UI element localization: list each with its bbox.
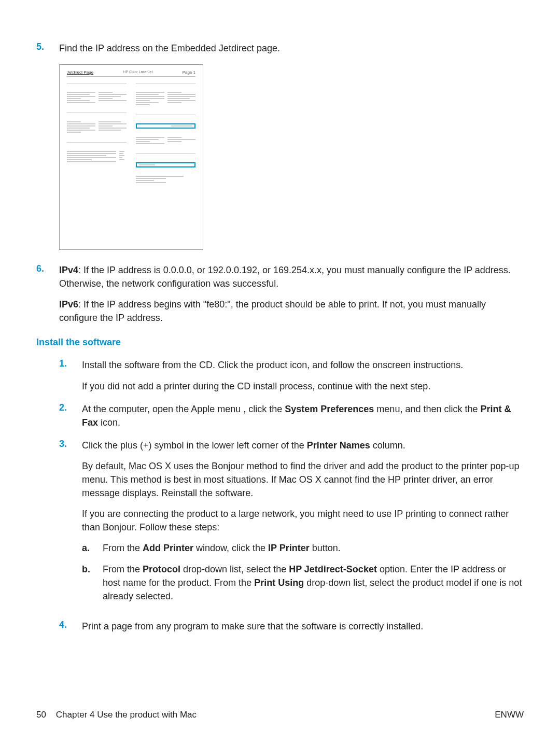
step2-post: icon. (98, 417, 120, 428)
install-step-number-1: 1. (59, 358, 82, 392)
sub-a-post: button. (310, 543, 341, 553)
install-step-number-3: 3. (59, 439, 82, 610)
install-step-4-text: Print a page from any program to make su… (82, 620, 524, 633)
step3-p2: By default, Mac OS X uses the Bonjour me… (82, 459, 524, 500)
chapter-label: Chapter 4 Use the product with Mac (56, 710, 197, 720)
page-footer: 50 Chapter 4 Use the product with Mac EN… (36, 710, 524, 720)
install-step-number-4: 4. (59, 620, 82, 633)
jetdirect-figure: Jetdirect Page HP Color LaserJet Page 1 (59, 64, 203, 250)
page-content: 5. Find the IP address on the Embedded J… (36, 41, 524, 633)
step2-pre: At the computer, open the Apple menu (82, 404, 243, 414)
substep-a-num: a. (82, 541, 103, 555)
substep-b-num: b. (82, 563, 103, 603)
step3-post: column. (370, 440, 405, 451)
install-software-heading: Install the software (36, 337, 524, 348)
figure-page-label: Page 1 (183, 70, 195, 75)
install-step-number-2: 2. (59, 402, 82, 429)
figure-title: Jetdirect Page (67, 70, 93, 75)
step-5-text: Find the IP address on the Embedded Jetd… (59, 41, 524, 55)
sub-b-mid: drop-down list, select the (180, 564, 289, 574)
page-number: 50 (36, 710, 46, 720)
hp-jetdirect-socket-label: HP Jetdirect-Socket (289, 564, 377, 574)
step2-mid2: menu, and then click the (374, 404, 480, 414)
figure-center-label: HP Color LaserJet (123, 70, 152, 75)
install-step-2-body: At the computer, open the Apple menu , c… (82, 402, 524, 429)
step-5-body: Find the IP address on the Embedded Jetd… (59, 41, 524, 55)
figure-body (67, 81, 195, 185)
ipv4-label: IPv4 (59, 265, 78, 275)
substep-b-body: From the Protocol drop-down list, select… (103, 563, 524, 603)
printer-names-label: Printer Names (307, 440, 370, 451)
ipv6-text: : If the IP address begins with "fe80:",… (59, 299, 486, 323)
substep-a-body: From the Add Printer window, click the I… (103, 541, 524, 555)
figure-highlight-2 (136, 162, 195, 167)
ip-printer-label: IP Printer (268, 543, 310, 553)
install-step-4-body: Print a page from any program to make su… (82, 620, 524, 633)
protocol-label: Protocol (143, 564, 180, 574)
sub-a-mid: window, click the (193, 543, 268, 553)
step-number-5: 5. (36, 41, 59, 55)
add-printer-label: Add Printer (143, 543, 193, 553)
sub-a-pre: From the (103, 543, 143, 553)
step-number-6: 6. (36, 263, 59, 325)
sub-b-pre: From the (103, 564, 143, 574)
step2-mid: , click the (243, 404, 285, 414)
install-step-3-body: Click the plus (+) symbol in the lower l… (82, 439, 524, 610)
install-step-1-p1: Install the software from the CD. Click … (82, 358, 524, 372)
footer-brand: ENWW (495, 710, 524, 720)
install-step-1-p2: If you did not add a printer during the … (82, 379, 524, 393)
step3-pre: Click the plus (+) symbol in the lower l… (82, 440, 307, 451)
print-using-label: Print Using (254, 578, 304, 588)
install-step-1-body: Install the software from the CD. Click … (82, 358, 524, 392)
ipv4-text: : If the IP address is 0.0.0.0, or 192.0… (59, 265, 511, 289)
figure-highlight-1 (136, 123, 195, 129)
step3-p3: If you are connecting the product to a l… (82, 507, 524, 534)
ipv6-label: IPv6 (59, 299, 78, 310)
step-6-body: IPv4: If the IP address is 0.0.0.0, or 1… (59, 263, 524, 325)
system-preferences-label: System Preferences (285, 404, 374, 414)
